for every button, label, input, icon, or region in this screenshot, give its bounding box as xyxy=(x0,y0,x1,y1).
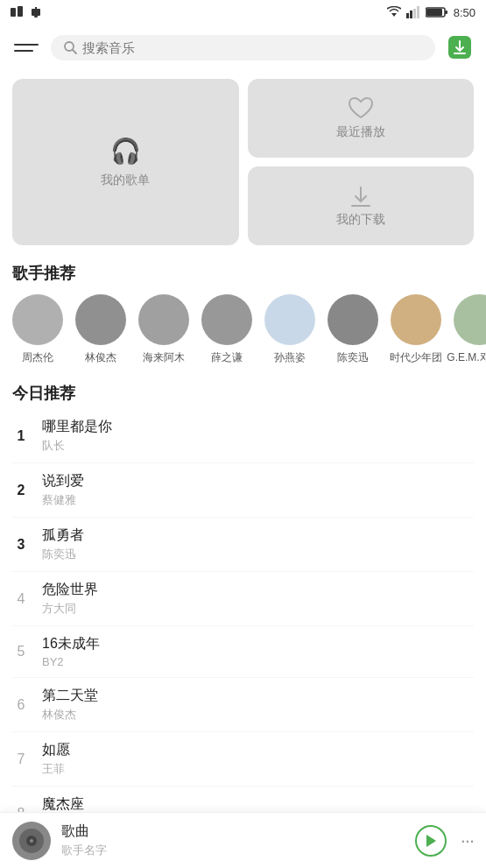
song-number: 5 xyxy=(12,644,30,660)
song-artist: 蔡健雅 xyxy=(42,492,474,508)
my-download-card[interactable]: 我的下载 xyxy=(248,166,475,245)
artist-name: 海来阿木 xyxy=(143,350,185,365)
today-section-title: 今日推荐 xyxy=(0,374,486,409)
svg-rect-9 xyxy=(417,6,419,18)
status-icons-left xyxy=(11,6,42,18)
artist-item[interactable]: 林俊杰 xyxy=(75,294,126,365)
artist-item[interactable]: G.E.M.邓紫棋 xyxy=(454,294,486,365)
svg-rect-3 xyxy=(34,16,38,18)
svg-line-14 xyxy=(73,50,76,53)
svg-rect-4 xyxy=(35,7,37,10)
artist-avatar xyxy=(201,294,252,345)
artist-item[interactable]: 周杰伦 xyxy=(12,294,63,365)
player-controls: ··· xyxy=(415,825,474,857)
artist-item[interactable]: 时代少年团 xyxy=(391,294,441,365)
svg-point-20 xyxy=(30,839,33,843)
svg-rect-1 xyxy=(18,6,23,17)
artist-avatar xyxy=(12,294,63,345)
search-input[interactable] xyxy=(82,40,423,55)
song-item[interactable]: 6第二天堂林俊杰 xyxy=(12,678,474,732)
song-title: 魔杰座 xyxy=(42,795,474,814)
my-download-label: 我的下载 xyxy=(336,212,385,228)
artist-item[interactable]: 薛之谦 xyxy=(201,294,252,365)
song-artist: 队长 xyxy=(42,438,474,454)
headphone-icon: 🎧 xyxy=(110,137,141,166)
player-thumbnail xyxy=(12,822,51,860)
song-artist: BY2 xyxy=(42,655,474,668)
my-playlist-card[interactable]: 🎧 我的歌单 xyxy=(12,79,239,245)
download-button[interactable] xyxy=(444,32,475,63)
song-number: 2 xyxy=(12,483,30,498)
artist-name: 时代少年团 xyxy=(390,350,442,365)
artist-avatar xyxy=(264,294,315,345)
artist-avatar xyxy=(328,294,378,345)
search-icon xyxy=(63,40,77,54)
song-number: 1 xyxy=(12,428,30,444)
player-song-title: 歌曲 xyxy=(61,822,405,841)
song-title: 危险世界 xyxy=(42,581,474,599)
notification-icon xyxy=(30,6,42,18)
download-sm-icon xyxy=(347,184,375,208)
artist-avatar xyxy=(454,294,486,345)
player-artist-name: 歌手名字 xyxy=(61,843,405,858)
song-number: 3 xyxy=(12,537,30,553)
svg-rect-6 xyxy=(406,13,409,18)
status-bar: 8:50 xyxy=(0,0,486,25)
song-item[interactable]: 4危险世界方大同 xyxy=(12,572,474,626)
download-icon xyxy=(447,34,473,60)
artist-name: 薛之谦 xyxy=(211,350,243,365)
artists-row: 周杰伦林俊杰海来阿木薛之谦孙燕姿陈奕迅时代少年团G.E.M.邓紫棋张韶涵白小 xyxy=(0,289,486,374)
song-number: 6 xyxy=(12,697,30,713)
svg-rect-8 xyxy=(413,9,416,18)
song-title: 第二天堂 xyxy=(42,687,474,705)
svg-rect-2 xyxy=(32,9,40,16)
artist-name: 陈奕迅 xyxy=(337,350,369,365)
top-bar xyxy=(0,25,486,70)
song-info: 16未成年BY2 xyxy=(42,635,474,668)
song-title: 16未成年 xyxy=(42,635,474,653)
artist-item[interactable]: 陈奕迅 xyxy=(328,294,378,365)
song-number: 4 xyxy=(12,591,30,607)
svg-marker-21 xyxy=(426,835,436,847)
recent-play-card[interactable]: 最近播放 xyxy=(248,79,475,158)
my-playlist-label: 我的歌单 xyxy=(101,173,150,188)
artist-avatar xyxy=(391,294,441,345)
svg-marker-5 xyxy=(391,13,397,17)
song-info: 说到爱蔡健雅 xyxy=(42,472,474,508)
signal-icon xyxy=(406,6,420,18)
artist-name: G.E.M.邓紫棋 xyxy=(447,350,486,365)
artist-item[interactable]: 海来阿木 xyxy=(138,294,189,365)
song-number: 7 xyxy=(12,752,30,767)
svg-rect-12 xyxy=(426,9,442,16)
artists-section-title: 歌手推荐 xyxy=(0,254,486,289)
battery-icon xyxy=(426,6,448,18)
artist-name: 林俊杰 xyxy=(85,350,116,365)
song-item[interactable]: 2说到爱蔡健雅 xyxy=(12,463,474,518)
song-list: 1哪里都是你队长2说到爱蔡健雅3孤勇者陈奕迅4危险世界方大同516未成年BY26… xyxy=(0,409,486,868)
song-info: 第二天堂林俊杰 xyxy=(42,687,474,723)
bottom-player: 歌曲 歌手名字 ··· xyxy=(0,812,486,868)
song-item[interactable]: 1哪里都是你队长 xyxy=(12,409,474,463)
song-title: 如愿 xyxy=(42,741,474,759)
song-item[interactable]: 3孤勇者陈奕迅 xyxy=(12,518,474,572)
more-options-button[interactable]: ··· xyxy=(461,829,474,852)
cards-section: 🎧 我的歌单 最近播放 我的下载 xyxy=(0,70,486,254)
song-item[interactable]: 7如愿王菲 xyxy=(12,732,474,787)
song-title: 孤勇者 xyxy=(42,526,474,545)
artist-item[interactable]: 孙燕姿 xyxy=(264,294,315,365)
play-pause-button[interactable] xyxy=(415,825,447,857)
song-info: 孤勇者陈奕迅 xyxy=(42,526,474,562)
svg-rect-11 xyxy=(445,11,447,14)
artist-avatar xyxy=(75,294,126,345)
sim-icon xyxy=(11,6,25,18)
song-item[interactable]: 516未成年BY2 xyxy=(12,626,474,678)
artist-name: 孙燕姿 xyxy=(274,350,306,365)
status-icons-right: 8:50 xyxy=(387,6,475,19)
song-title: 哪里都是你 xyxy=(42,418,474,436)
svg-rect-7 xyxy=(410,11,412,18)
menu-button[interactable] xyxy=(11,40,42,55)
song-artist: 王菲 xyxy=(42,761,474,777)
search-bar[interactable] xyxy=(51,35,435,60)
wifi-icon xyxy=(387,6,401,18)
play-icon xyxy=(425,834,437,848)
